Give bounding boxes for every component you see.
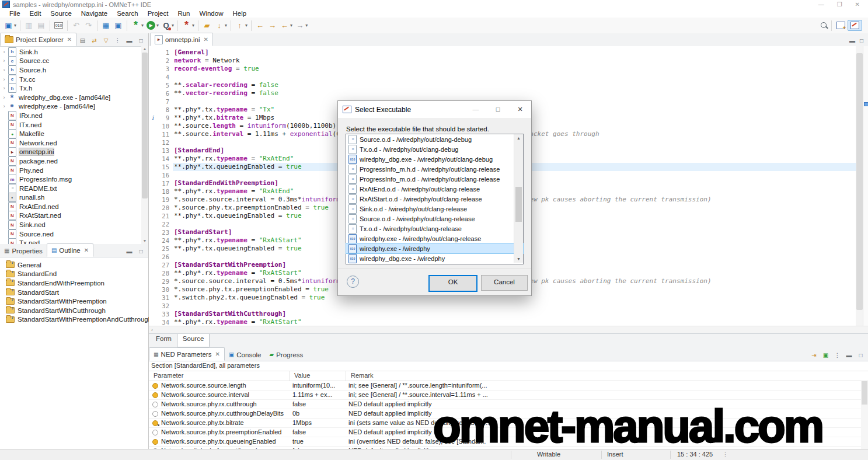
menu-search[interactable]: Search <box>112 10 142 17</box>
close-icon[interactable]: ✕ <box>215 351 219 357</box>
import-button[interactable]: ↓▾ <box>213 19 228 32</box>
tree-item-rxatend.ned[interactable]: NRxAtEnd.ned <box>0 202 141 211</box>
project-tree-scrollbar[interactable]: ▲ ▼ <box>141 46 148 244</box>
tab-outline[interactable]: ▤ Outline ✕ <box>47 243 93 257</box>
tree-item-irx.ned[interactable]: NIRx.ned <box>0 111 141 120</box>
tree-item-source.ned[interactable]: NSource.ned <box>0 229 141 239</box>
view-menu-icon[interactable]: ⋮ <box>114 37 121 44</box>
tree-item-omnetpp.ini[interactable]: ▸omnetpp.ini <box>0 148 141 157</box>
dialog-maximize-button[interactable]: □ <box>487 101 509 118</box>
editor-line-1[interactable]: 1[General] <box>149 48 868 57</box>
outline-section-general[interactable]: General <box>0 260 148 270</box>
minimize-view-icon[interactable]: ▬ <box>126 37 133 44</box>
maximize-view-icon[interactable]: □ <box>137 248 145 255</box>
dropdown-arrow-icon[interactable]: ▾ <box>225 23 227 28</box>
executable-item-selected[interactable]: 010wiredphy.exe - /wiredphy <box>346 243 523 253</box>
expand-chevron-icon[interactable]: › <box>0 76 8 82</box>
dropdown-arrow-icon[interactable]: ▾ <box>156 23 159 28</box>
editor-line-6[interactable]: 6**.vector-recording = false <box>149 89 868 97</box>
outline-section-standardstart[interactable]: StandardStart <box>0 288 148 297</box>
executable-item[interactable]: 010wiredphy_dbg.exe - /wiredphy/out/clan… <box>346 154 523 164</box>
scroll-down-icon[interactable]: ▼ <box>514 255 523 263</box>
tree-item-wiredphy_dbg.exe[interactable]: ›*wiredphy_dbg.exe - [amd64/le] <box>0 93 141 102</box>
maximize-view-icon[interactable]: □ <box>857 352 864 358</box>
executable-item[interactable]: ≡Source.o.d - /wiredphy/out/clang-releas… <box>346 214 523 224</box>
tab-console[interactable]: ▣Console <box>225 349 266 361</box>
expand-chevron-icon[interactable]: › <box>0 58 8 64</box>
tree-item-progressinfo.msg[interactable]: mProgressInfo.msg <box>0 175 141 184</box>
menu-edit[interactable]: Edit <box>25 10 46 17</box>
executable-item[interactable]: ≡ProgressInfo_m.h.d - /wiredphy/out/clan… <box>346 164 523 174</box>
minimize-view-icon[interactable]: ▬ <box>845 352 853 358</box>
tree-item-source.h[interactable]: ›hSource.h <box>0 65 141 75</box>
open-console-button[interactable]: ▣ <box>112 19 124 32</box>
view-menu-icon[interactable]: ⋮ <box>834 352 841 358</box>
close-icon[interactable]: ✕ <box>67 36 72 43</box>
close-icon[interactable]: ✕ <box>203 36 208 43</box>
dialog-close-button[interactable]: ✕ <box>509 101 531 118</box>
maximize-view-icon[interactable]: □ <box>137 37 145 44</box>
profile-button[interactable]: Q▾ <box>160 19 175 32</box>
tree-item-source.cc[interactable]: ›cSource.cc <box>0 57 141 66</box>
parameter-row[interactable]: Network.source.source.interval1.11ms + e… <box>149 391 868 400</box>
menu-run[interactable]: Run <box>173 10 194 17</box>
tree-item-network.ned[interactable]: NNetwork.ned <box>0 138 141 148</box>
column-header-value[interactable]: Value <box>290 371 346 381</box>
window-minimize-button[interactable]: — <box>818 1 824 8</box>
menu-window[interactable]: Window <box>195 10 228 17</box>
expand-chevron-icon[interactable]: › <box>0 67 8 73</box>
cancel-button[interactable]: Cancel <box>481 275 528 291</box>
page-tab-source[interactable]: Source <box>177 334 210 347</box>
editor-horizontal-scrollbar[interactable]: ‹ <box>149 326 868 334</box>
expand-chevron-icon[interactable]: › <box>0 103 8 109</box>
scroll-up-icon[interactable]: ▲ <box>514 134 523 142</box>
executable-item[interactable]: ≡ProgressInfo_m.o.d - /wiredphy/out/clan… <box>346 174 523 184</box>
editor-line-2[interactable]: 2network = Network <box>149 57 868 65</box>
executable-item[interactable]: ≡Source.o.d - /wiredphy/out/clang-debug <box>346 134 523 144</box>
tree-item-phy.ned[interactable]: NPhy.ned <box>0 166 141 175</box>
new-wizard-button[interactable]: ▣▾ <box>2 19 18 32</box>
open-ned-editor-button[interactable]: ▦ <box>100 19 112 32</box>
tree-item-wiredphy.exe[interactable]: ›*wiredphy.exe - [amd64/le] <box>0 102 141 111</box>
tree-item-runall.sh[interactable]: ▪runall.sh <box>0 193 141 203</box>
window-close-button[interactable]: ✕ <box>855 1 860 8</box>
menu-source[interactable]: Source <box>46 10 76 17</box>
outline-section-standardendwithpreemption[interactable]: StandardEndWithPreemption <box>0 278 148 288</box>
tree-item-tx.cc[interactable]: ›cTx.cc <box>0 75 141 84</box>
dropdown-arrow-icon[interactable]: ▾ <box>14 23 16 28</box>
open-new-view-icon[interactable]: ▣ <box>822 352 829 358</box>
minimize-view-icon[interactable]: ▬ <box>126 248 133 255</box>
debug-button[interactable]: *▾ <box>130 19 145 32</box>
tab-project-explorer[interactable]: Project Explorer ✕ <box>0 33 76 46</box>
executable-item[interactable]: ≡Tx.o.d - /wiredphy/out/clang-release <box>346 224 523 234</box>
parameter-row[interactable]: Network.source.source.lengthintuniform(1… <box>149 381 868 391</box>
tree-item-package.ned[interactable]: Npackage.ned <box>0 156 141 166</box>
tab-progress[interactable]: ▰Progress <box>265 349 307 361</box>
open-resource-button[interactable]: ▰ <box>201 19 213 32</box>
open-perspective-button[interactable] <box>834 20 848 30</box>
forward-edit-button[interactable]: → <box>266 19 278 32</box>
back-edit-button[interactable]: ← <box>254 19 266 32</box>
editor-tab-omnetpp-ini[interactable]: ▸ omnetpp.ini ✕ <box>150 33 213 46</box>
scroll-down-icon[interactable]: ▼ <box>141 238 148 244</box>
expand-chevron-icon[interactable]: › <box>0 85 8 91</box>
column-header-remark[interactable]: Remark <box>346 371 868 381</box>
tree-item-tx.h[interactable]: ›hTx.h <box>0 83 141 93</box>
tree-item-sink.h[interactable]: ›hSink.h <box>0 47 141 57</box>
close-icon[interactable]: ✕ <box>84 247 89 253</box>
parameters-scrollbar[interactable] <box>861 380 868 449</box>
tree-item-sink.ned[interactable]: NSink.ned <box>0 220 141 229</box>
editor-line-3[interactable]: 3record-eventlog = true <box>149 65 868 73</box>
dropdown-arrow-icon[interactable]: ▾ <box>245 23 247 28</box>
dropdown-arrow-icon[interactable]: ▾ <box>305 23 308 28</box>
pin-editor-icon[interactable]: ⇥ <box>810 352 818 358</box>
editor-line-5[interactable]: 5**.scalar-recording = false <box>149 81 868 89</box>
executable-item[interactable]: ≡RxAtEnd.o.d - /wiredphy/out/clang-relea… <box>346 184 523 194</box>
editor-line-32[interactable]: 32 <box>149 302 868 310</box>
dropdown-arrow-icon[interactable]: ▾ <box>192 23 194 28</box>
external-tools-button[interactable]: *▾ <box>180 19 196 32</box>
executable-item[interactable]: ≡RxAtStart.o.d - /wiredphy/out/clang-rel… <box>346 194 523 204</box>
dropdown-arrow-icon[interactable]: ▾ <box>290 23 292 28</box>
outline-section-standardstartwithpreemptionandcutthrough[interactable]: StandardStartWithPreemptionAndCutthrough <box>0 315 148 325</box>
search-icon[interactable] <box>820 21 829 30</box>
